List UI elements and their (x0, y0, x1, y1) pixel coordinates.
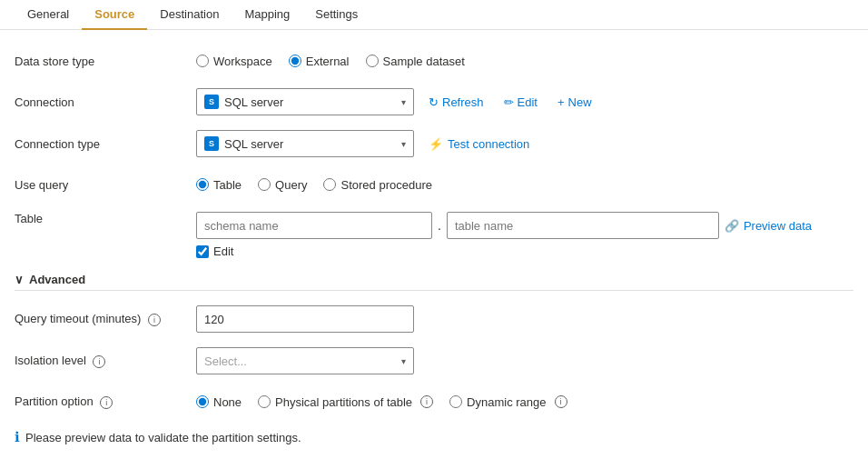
radio-physical-label: Physical partitions of table (275, 395, 412, 409)
connection-type-inner: S SQL server (204, 136, 401, 151)
query-timeout-row: Query timeout (minutes) i (15, 305, 853, 333)
connection-chevron-icon: ▾ (401, 97, 406, 107)
radio-stored-procedure[interactable]: Stored procedure (323, 178, 431, 192)
radio-sample-label: Sample dataset (383, 55, 465, 68)
sql-server-icon: S (204, 95, 219, 109)
refresh-label: Refresh (442, 95, 484, 109)
tab-settings[interactable]: Settings (302, 0, 370, 30)
radio-table-label: Table (213, 178, 242, 192)
preview-data-link[interactable]: 🔗 Preview data (725, 219, 812, 233)
connection-label: Connection (15, 95, 196, 109)
tab-bar: General Source Destination Mapping Setti… (0, 0, 868, 30)
radio-external-label: External (306, 55, 350, 68)
radio-table-input[interactable] (196, 178, 209, 191)
use-query-row: Use query Table Query Stored procedure (15, 172, 853, 197)
radio-dynamic-input[interactable] (449, 395, 462, 408)
connection-type-row: Connection type S SQL server ▾ ⚡ Test co… (15, 130, 853, 157)
radio-sp-input[interactable] (323, 178, 336, 191)
advanced-toggle[interactable]: ∨ Advanced (15, 273, 853, 286)
query-timeout-control (196, 305, 853, 333)
edit-checkbox[interactable] (196, 245, 209, 258)
partition-option-text: Partition option (15, 394, 94, 408)
radio-query[interactable]: Query (258, 178, 307, 192)
isolation-level-placeholder: Select... (204, 354, 247, 368)
data-store-type-radio-group: Workspace External Sample dataset (196, 55, 465, 68)
connection-row: Connection S SQL server ▾ ↻ Refresh ✏ Ed… (15, 88, 853, 115)
radio-workspace-input[interactable] (196, 55, 209, 67)
plus-icon: + (557, 95, 565, 109)
radio-workspace[interactable]: Workspace (196, 55, 272, 68)
data-store-type-control: Workspace External Sample dataset (196, 55, 853, 68)
source-form: Data store type Workspace External Sampl… (0, 30, 868, 459)
table-name-input[interactable] (447, 212, 719, 239)
test-connection-button[interactable]: ⚡ Test connection (423, 134, 535, 155)
dynamic-range-info-icon[interactable]: i (555, 395, 567, 408)
partition-option-label: Partition option i (15, 394, 196, 409)
refresh-icon: ↻ (429, 95, 439, 109)
radio-query-input[interactable] (258, 178, 271, 191)
radio-query-label: Query (275, 178, 307, 192)
isolation-level-dropdown[interactable]: Select... ▾ (196, 347, 414, 374)
table-label: Table (15, 212, 196, 225)
tab-mapping[interactable]: Mapping (232, 0, 302, 30)
radio-workspace-label: Workspace (213, 55, 272, 68)
test-conn-icon: ⚡ (429, 137, 443, 151)
edit-connection-button[interactable]: ✏ Edit (498, 92, 543, 113)
partition-radio-group: None Physical partitions of table i Dyna… (196, 395, 567, 409)
advanced-chevron-icon: ∨ (15, 273, 24, 286)
connection-type-control: S SQL server ▾ ⚡ Test connection (196, 130, 853, 157)
new-label: New (568, 95, 592, 109)
partition-option-row: Partition option i None Physical partiti… (15, 389, 853, 414)
partition-option-info-icon[interactable]: i (100, 396, 113, 409)
use-query-radio-group: Table Query Stored procedure (196, 178, 432, 192)
edit-check-label: Edit (213, 244, 233, 258)
radio-dynamic-range[interactable]: Dynamic range i (449, 395, 567, 409)
isolation-level-info-icon[interactable]: i (93, 355, 105, 368)
radio-none-label: None (213, 395, 242, 409)
refresh-button[interactable]: ↻ Refresh (423, 92, 489, 113)
query-timeout-label: Query timeout (minutes) i (15, 312, 196, 326)
radio-sample-input[interactable] (366, 55, 379, 67)
new-connection-button[interactable]: + New (552, 92, 597, 113)
radio-none-input[interactable] (196, 395, 209, 408)
use-query-control: Table Query Stored procedure (196, 178, 853, 192)
radio-dynamic-label: Dynamic range (467, 395, 546, 409)
radio-external-input[interactable] (289, 55, 301, 67)
radio-physical-input[interactable] (258, 395, 271, 408)
info-bar-icon: ℹ (15, 429, 20, 445)
data-store-type-label: Data store type (15, 55, 196, 68)
table-inputs-line: . 🔗 Preview data (196, 212, 812, 239)
radio-none[interactable]: None (196, 395, 242, 409)
schema-input[interactable] (196, 212, 432, 239)
info-bar-message: Please preview data to validate the part… (25, 431, 301, 444)
data-store-type-row: Data store type Workspace External Sampl… (15, 48, 853, 74)
physical-partitions-info-icon[interactable]: i (420, 395, 433, 408)
isolation-level-text: Isolation level (15, 354, 86, 367)
radio-physical-partitions[interactable]: Physical partitions of table i (258, 395, 433, 409)
tab-general[interactable]: General (15, 0, 82, 30)
tab-destination[interactable]: Destination (147, 0, 232, 30)
connection-type-dropdown[interactable]: S SQL server ▾ (196, 130, 414, 157)
query-timeout-info-icon[interactable]: i (148, 314, 161, 326)
connection-dropdown[interactable]: S SQL server ▾ (196, 88, 414, 115)
isolation-level-control: Select... ▾ (196, 347, 853, 374)
partition-option-control: None Physical partitions of table i Dyna… (196, 395, 853, 409)
use-query-label: Use query (15, 178, 196, 192)
isolation-level-row: Isolation level i Select... ▾ (15, 347, 853, 374)
radio-external[interactable]: External (289, 55, 350, 68)
preview-data-label: Preview data (744, 219, 812, 233)
table-fields: . 🔗 Preview data Edit (196, 212, 812, 258)
info-bar: ℹ Please preview data to validate the pa… (15, 429, 853, 445)
advanced-section: ∨ Advanced (15, 273, 853, 291)
connection-value: SQL server (224, 95, 283, 109)
advanced-label: Advanced (29, 273, 85, 286)
query-timeout-input[interactable] (196, 305, 414, 333)
connection-dropdown-inner: S SQL server (204, 95, 401, 109)
link-icon: 🔗 (725, 219, 739, 233)
advanced-divider (15, 290, 853, 291)
radio-table[interactable]: Table (196, 178, 242, 192)
tab-source[interactable]: Source (82, 0, 147, 30)
radio-sample-dataset[interactable]: Sample dataset (366, 55, 465, 68)
query-timeout-text: Query timeout (minutes) (15, 312, 141, 325)
connection-type-value: SQL server (224, 137, 283, 151)
